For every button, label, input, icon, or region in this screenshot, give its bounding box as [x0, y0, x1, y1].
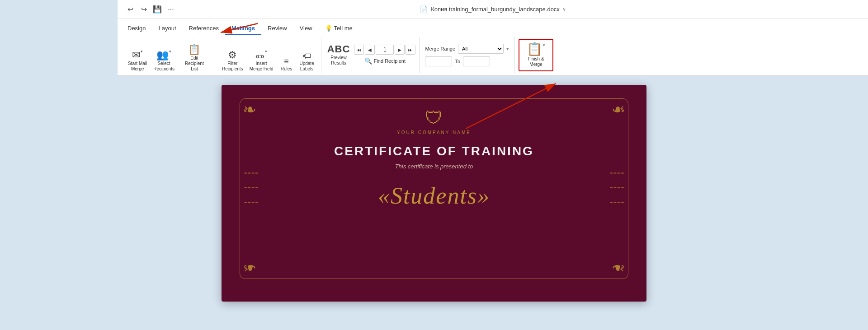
- filter-label: FilterRecipients: [222, 61, 243, 72]
- update-labels-label: UpdateLabels: [299, 61, 314, 72]
- select-recipients-icon: 👥: [156, 50, 169, 60]
- certificate-subtitle: This certificate is presented to: [395, 163, 473, 170]
- tab-design[interactable]: Design: [121, 22, 152, 35]
- title-bar-controls: ↩ ↪ 💾 ···: [125, 4, 176, 15]
- find-icon: 🔍: [364, 57, 372, 65]
- preview-results-button[interactable]: ABC PreviewResults: [325, 43, 353, 67]
- nav-number-input[interactable]: [376, 45, 394, 55]
- insert-merge-field-button[interactable]: «» ▾ InsertMerge Field: [247, 48, 276, 73]
- certificate-crest: 🛡: [425, 108, 443, 128]
- tab-view[interactable]: View: [293, 22, 319, 35]
- dropdown-arrow-icon: ▾: [141, 49, 143, 54]
- ribbon-tabs: Design Layout References Mailings Review…: [118, 19, 868, 35]
- tab-tell-me[interactable]: 💡 Tell me: [319, 22, 359, 35]
- filter-icon: ⚙: [228, 50, 237, 60]
- finish-merge-icon: 📋: [527, 43, 542, 56]
- save-button[interactable]: 💾: [152, 4, 163, 15]
- lightbulb-icon: 💡: [325, 25, 332, 32]
- rules-icon: ≡: [284, 57, 289, 65]
- dropdown-arrow-icon: ▾: [265, 49, 267, 54]
- ribbon-content: ✉ ▾ Start MailMerge 👥 ▾ SelectRecipients…: [118, 35, 868, 75]
- mail-merge-icon: ✉: [132, 50, 140, 60]
- insert-merge-label: InsertMerge Field: [250, 61, 274, 72]
- finish-merge-button[interactable]: 📋 ▾ Finish &Merge: [519, 39, 552, 71]
- preview-results-label: PreviewResults: [330, 55, 347, 66]
- insert-merge-icon: «»: [255, 52, 264, 60]
- edit-recipient-icon: 📋: [188, 45, 200, 55]
- find-recipient-label: Find Recipient: [374, 58, 406, 64]
- expand-icon[interactable]: ▾: [506, 46, 509, 52]
- redo-button[interactable]: ↪: [138, 4, 149, 15]
- merge-from-input[interactable]: [425, 56, 452, 66]
- title-chevron-icon: ∨: [562, 6, 566, 12]
- finish-merge-label: Finish &Merge: [528, 56, 544, 67]
- merge-range-row: Merge Range All Current record Custom ▾: [425, 44, 509, 54]
- rules-label: Rules: [281, 66, 292, 72]
- group-preview-results: ABC PreviewResults ⏮ ◀ ▶ ⏭ 🔍 Find Recipi…: [321, 37, 420, 73]
- update-labels-button[interactable]: 🏷 UpdateLabels: [297, 51, 316, 73]
- student-placeholder: «Students»: [378, 182, 490, 209]
- certificate-border: ❧ ❧ ❧ ❧ ┊ ┊ ┊ ┊ ┊ ┊ 🛡 YOUR COMPANY NAME …: [240, 98, 628, 279]
- select-recipients-button[interactable]: 👥 ▾ SelectRecipients: [151, 48, 177, 73]
- nav-row: ⏮ ◀ ▶ ⏭: [354, 45, 415, 55]
- document-area: ❧ ❧ ❧ ❧ ┊ ┊ ┊ ┊ ┊ ┊ 🛡 YOUR COMPANY NAME …: [0, 76, 868, 311]
- update-labels-icon: 🏷: [303, 52, 311, 60]
- nav-controls: ⏮ ◀ ▶ ⏭ 🔍 Find Recipient: [354, 45, 415, 65]
- merge-to-label: To: [455, 59, 460, 64]
- edit-recipient-label: EditRecipient List: [181, 56, 208, 72]
- certificate-title: CERTIFICATE OF TRAINING: [334, 144, 534, 158]
- start-mail-merge-button[interactable]: ✉ ▾ Start MailMerge: [126, 48, 149, 73]
- merge-from-row: To: [425, 56, 490, 66]
- doc-icon: 📄: [420, 5, 428, 14]
- side-decoration-right: ┊ ┊ ┊: [609, 169, 624, 209]
- corner-ornament-tl: ❧: [243, 102, 270, 129]
- group-start-mail-merge: ✉ ▾ Start MailMerge 👥 ▾ SelectRecipients…: [121, 37, 215, 73]
- dropdown-arrow-icon: ▾: [169, 49, 171, 54]
- finish-merge-dropdown-arrow-icon: ▾: [543, 43, 545, 47]
- abc-preview-icon: ABC: [327, 44, 350, 54]
- select-recipients-label: SelectRecipients: [153, 61, 175, 72]
- group-merge-range: Merge Range All Current record Custom ▾ …: [420, 37, 515, 73]
- window-title: Копия training_formal_burgundy_landscape…: [431, 6, 560, 13]
- company-name: YOUR COMPANY NAME: [397, 130, 471, 135]
- nav-last-button[interactable]: ⏭: [406, 45, 415, 55]
- corner-ornament-br: ❧: [598, 249, 625, 276]
- find-recipient-button[interactable]: 🔍 Find Recipient: [363, 56, 407, 65]
- start-mail-merge-label: Start MailMerge: [128, 61, 147, 72]
- tab-review[interactable]: Review: [261, 22, 293, 35]
- group-finish-merge: 📋 ▾ Finish &Merge: [519, 39, 553, 71]
- group-items: ⚙ FilterRecipients «» ▾ InsertMerge Fiel…: [220, 37, 316, 73]
- undo-button[interactable]: ↩: [125, 4, 136, 15]
- tab-references[interactable]: References: [183, 22, 225, 35]
- tab-mailings[interactable]: Mailings: [225, 22, 261, 35]
- side-decoration-left: ┊ ┊ ┊: [244, 169, 259, 209]
- more-button[interactable]: ···: [165, 4, 176, 15]
- nav-next-button[interactable]: ▶: [395, 45, 405, 55]
- group-write-insert: ⚙ FilterRecipients «» ▾ InsertMerge Fiel…: [215, 37, 321, 73]
- certificate-outer: ❧ ❧ ❧ ❧ ┊ ┊ ┊ ┊ ┊ ┊ 🛡 YOUR COMPANY NAME …: [222, 85, 646, 288]
- ribbon: Design Layout References Mailings Review…: [118, 19, 868, 76]
- nav-prev-button[interactable]: ◀: [365, 45, 375, 55]
- filter-recipients-button[interactable]: ⚙ FilterRecipients: [220, 49, 245, 73]
- merge-range-select[interactable]: All Current record Custom: [458, 44, 504, 54]
- merge-range-label: Merge Range: [425, 46, 455, 51]
- merge-to-input[interactable]: [463, 56, 490, 66]
- corner-ornament-tr: ❧: [598, 102, 625, 129]
- nav-first-button[interactable]: ⏮: [354, 45, 364, 55]
- tab-layout[interactable]: Layout: [152, 22, 182, 35]
- corner-ornament-bl: ❧: [243, 249, 270, 276]
- rules-button[interactable]: ≡ Rules: [277, 56, 295, 73]
- group-items: ✉ ▾ Start MailMerge 👥 ▾ SelectRecipients…: [126, 37, 210, 73]
- window-title-area: 📄 Копия training_formal_burgundy_landsca…: [420, 5, 566, 14]
- title-bar: ↩ ↪ 💾 ··· 📄 Копия training_formal_burgun…: [118, 0, 868, 19]
- document-page: ❧ ❧ ❧ ❧ ┊ ┊ ┊ ┊ ┊ ┊ 🛡 YOUR COMPANY NAME …: [222, 85, 646, 302]
- edit-recipient-list-button[interactable]: 📋 EditRecipient List: [179, 43, 210, 73]
